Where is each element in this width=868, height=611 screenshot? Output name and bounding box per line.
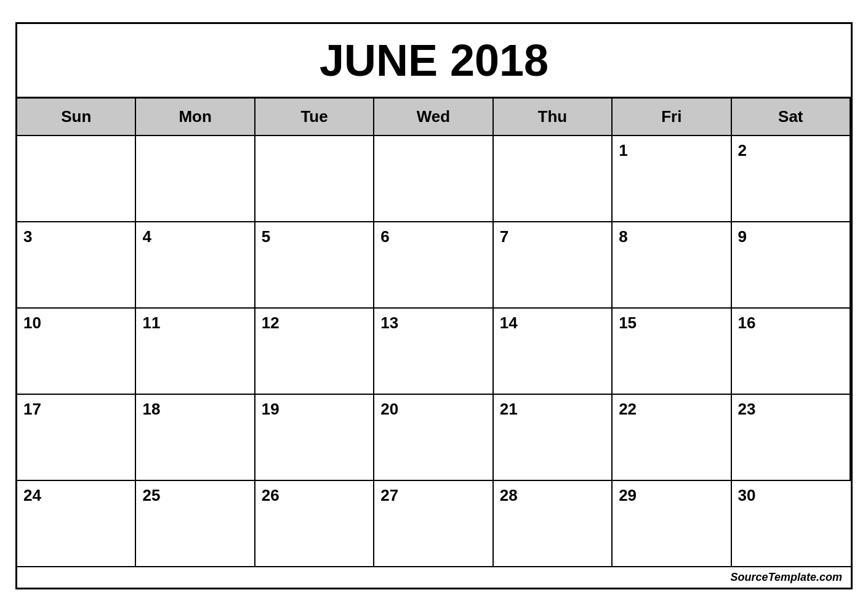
day-cell-1: 1 xyxy=(613,136,731,222)
day-cell-9: 9 xyxy=(732,222,851,309)
empty-cell xyxy=(136,136,255,222)
empty-cell xyxy=(255,136,374,222)
header-wed: Wed xyxy=(374,99,493,136)
empty-cell xyxy=(17,136,136,222)
day-cell-26: 26 xyxy=(255,481,374,567)
day-cell-23: 23 xyxy=(732,395,851,481)
day-cell-14: 14 xyxy=(494,309,613,395)
header-mon: Mon xyxy=(136,99,255,136)
day-cell-16: 16 xyxy=(732,309,851,395)
day-cell-12: 12 xyxy=(255,309,374,395)
day-cell-15: 15 xyxy=(613,309,731,395)
day-cell-11: 11 xyxy=(136,309,255,395)
calendar-title: JUNE 2018 xyxy=(17,24,851,99)
day-cell-7: 7 xyxy=(494,222,613,309)
day-cell-25: 25 xyxy=(136,481,255,567)
header-sat: Sat xyxy=(732,99,851,136)
day-cell-5: 5 xyxy=(255,222,374,309)
empty-cell xyxy=(374,136,493,222)
day-cell-27: 27 xyxy=(374,481,493,567)
day-cell-28: 28 xyxy=(494,481,613,567)
day-cell-17: 17 xyxy=(17,395,136,481)
day-cell-24: 24 xyxy=(17,481,136,567)
day-cell-18: 18 xyxy=(136,395,255,481)
header-fri: Fri xyxy=(613,99,731,136)
day-cell-22: 22 xyxy=(613,395,731,481)
empty-cell xyxy=(494,136,613,222)
day-cell-19: 19 xyxy=(255,395,374,481)
header-tue: Tue xyxy=(255,99,374,136)
day-cell-30: 30 xyxy=(732,481,851,567)
day-cell-3: 3 xyxy=(17,222,136,309)
day-cell-2: 2 xyxy=(732,136,851,222)
day-cell-10: 10 xyxy=(17,309,136,395)
day-cell-6: 6 xyxy=(374,222,493,309)
day-cell-8: 8 xyxy=(613,222,731,309)
calendar: JUNE 2018 Sun Mon Tue Wed Thu Fri Sat 1 … xyxy=(15,22,853,589)
day-cell-21: 21 xyxy=(494,395,613,481)
day-cell-13: 13 xyxy=(374,309,493,395)
day-cell-20: 20 xyxy=(374,395,493,481)
header-sun: Sun xyxy=(17,99,136,136)
calendar-footer: SourceTemplate.com xyxy=(17,567,851,588)
header-thu: Thu xyxy=(494,99,613,136)
calendar-grid: Sun Mon Tue Wed Thu Fri Sat 1 2 3 4 5 6 … xyxy=(17,99,851,567)
day-cell-4: 4 xyxy=(136,222,255,309)
day-cell-29: 29 xyxy=(613,481,731,567)
